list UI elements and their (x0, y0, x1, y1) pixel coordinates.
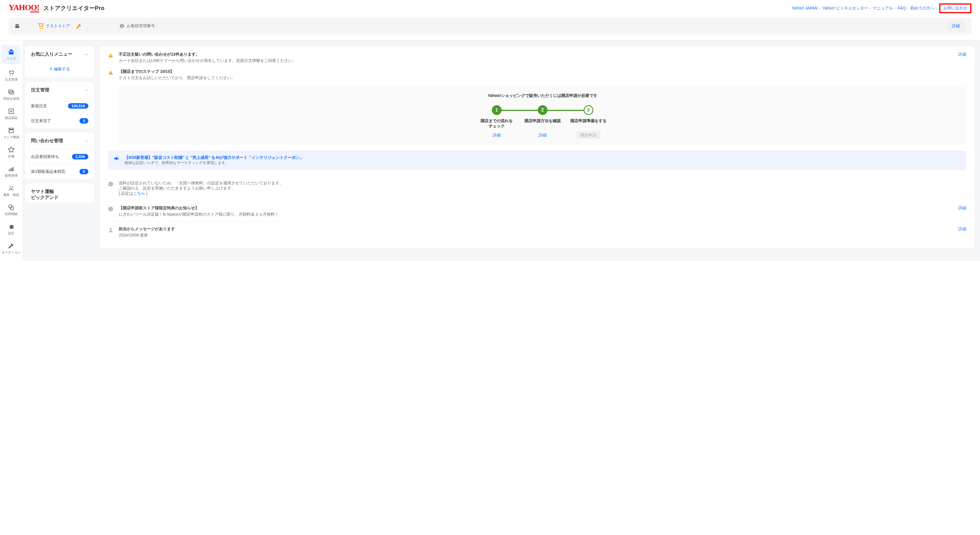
fraud-alert-title: 不正注文疑いの問い合わせが13件あります。 (119, 52, 953, 57)
store-icon (14, 23, 20, 29)
nav-sales[interactable]: 販売管理 (0, 162, 22, 181)
header-links: Yahoo! JAPAN- Yahoo! ビジネスセンター- マニュアル- FA… (792, 3, 971, 13)
left-panel: お気に入りメニュー ✎ 編集する 注文管理 新規注文 106,518 注文未完了… (22, 40, 97, 261)
opening-steps: Yahoo!ショッピングで販売いただくには開店申請が必要です 1 開店までの流れ… (119, 86, 966, 145)
row-incomplete-orders[interactable]: 注文未完了 3 (25, 113, 94, 128)
megaphone-icon (114, 156, 119, 162)
sidebar: トップ 注文管理 問合せ管理 商品登録 ストア構築 評価 販売管理 集客・販促 … (0, 40, 22, 261)
yamato-card: ヤマト運輸 ピックアンド (25, 184, 94, 202)
person-icon (108, 227, 114, 233)
badge-incomplete: 3 (80, 118, 88, 124)
badge-class1: 5 (80, 169, 88, 174)
warning-icon (108, 70, 114, 75)
orders-title: 注文管理 (31, 87, 49, 93)
row-new-orders[interactable]: 新規注文 106,518 (25, 98, 94, 113)
favorites-card: お気に入りメニュー ✎ 編集する (25, 46, 94, 78)
store-name: テストストア (46, 24, 70, 29)
step3-apply: 開店申請 (576, 131, 601, 139)
subheader: テストストア お客様管理番号： 詳細 (9, 18, 971, 34)
store-selector[interactable]: テストストア (37, 23, 70, 30)
step-2: 2 開店申請方法を確認 詳細 (520, 105, 566, 138)
orders-card: 注文管理 新規注文 106,518 注文未完了 3 (25, 82, 94, 128)
promo-banner[interactable]: 【9/26新登場】"販促コスト削減" と "売上成長" をAIが強力サポート「イ… (108, 151, 966, 170)
svg-point-1 (121, 25, 123, 26)
nav-auction[interactable]: オークション (0, 239, 22, 258)
fraud-alert: 不正注文疑いの問い合わせが13件あります。 カード会社またはLINEヤフーから問… (108, 52, 966, 64)
inquiries-card: 問い合わせ管理 出店者回答待ち 2,558 第1類医薬品未対応 5 (25, 133, 94, 179)
link-manual[interactable]: マニュアル (873, 6, 893, 10)
fraud-alert-sub: カード会社またはLINEヤフーから問い合わせが発生しています。至急注文情報をご回… (119, 58, 953, 64)
warning-icon (108, 52, 114, 58)
link-yahoo-japan[interactable]: Yahoo! JAPAN (792, 6, 818, 10)
message-info: 担当からメッセージがあります 2024/10/09 更新 詳細 (108, 222, 966, 243)
link-business-center[interactable]: Yahoo! ビジネスセンター (822, 6, 868, 10)
step2-detail[interactable]: 詳細 (539, 133, 547, 137)
header: YAHOO! JAPAN ストアクリエイターPro Yahoo! JAPAN- … (0, 0, 980, 16)
info-icon (108, 206, 114, 212)
step-3: 3 開店申請準備をする 開店申請 (566, 105, 611, 138)
shipping-info: 送料が設定されていないため、「全国一律無料」の設定を適用させていただいております… (108, 176, 966, 201)
chevron-up-icon[interactable] (84, 88, 88, 92)
link-faq[interactable]: FAQ (898, 6, 906, 10)
chevron-up-icon[interactable] (84, 139, 88, 143)
inquiries-title: 問い合わせ管理 (31, 138, 63, 144)
edit-favorites[interactable]: ✎ 編集する (25, 62, 94, 78)
hammer-icon[interactable] (76, 23, 82, 29)
promo-title: 【9/26新登場】"販促コスト削減" と "売上成長" をAIが強力サポート「イ… (124, 155, 304, 160)
svg-rect-6 (11, 168, 12, 171)
step-1: 1 開店までの流れを チェック 詳細 (474, 105, 520, 138)
nav-store-build[interactable]: ストア構築 (0, 124, 22, 143)
favorites-title: お気に入りメニュー (31, 51, 72, 57)
message-detail-link[interactable]: 詳細 (958, 227, 966, 232)
nav-marketing[interactable]: 集客・販促 (0, 181, 22, 200)
badge-awaiting: 2,558 (72, 154, 88, 159)
shipping-settings-link[interactable]: こちら (133, 191, 145, 195)
steps-title: Yahoo!ショッピングで販売いただくには開店申請が必要です (126, 93, 959, 98)
nav-inquiries[interactable]: 問合せ管理 (0, 85, 22, 104)
cart-icon (37, 23, 44, 30)
row-awaiting-reply[interactable]: 出店者回答待ち 2,558 (25, 149, 94, 164)
nav-reviews[interactable]: 評価 (0, 143, 22, 162)
opening-alert: 【開店までのステップ 10/10】 テスト注文をお試しいただいてから、開店申請を… (108, 69, 966, 81)
svg-point-8 (10, 186, 11, 187)
promo-sub: 複雑な設定いらずで、効率的なマーケティングを実現します。 (124, 160, 304, 165)
bspace-detail-link[interactable]: 詳細 (958, 206, 966, 211)
row-class1-drugs[interactable]: 第1類医薬品未対応 5 (25, 164, 94, 179)
nav-top[interactable]: トップ (2, 45, 21, 64)
step1-detail[interactable]: 詳細 (493, 133, 501, 137)
badge-new-orders: 106,518 (68, 103, 88, 109)
svg-point-9 (12, 186, 13, 187)
bspace-info: 【開店申請前ストア様限定特典のお知らせ】 にぎわいツール決定版！B-Spaceが… (108, 201, 966, 222)
fraud-detail-link[interactable]: 詳細 (958, 52, 966, 57)
svg-rect-7 (12, 167, 13, 171)
svg-rect-5 (9, 170, 10, 171)
nav-statement[interactable]: 利用明細 (0, 200, 22, 220)
opening-alert-title: 【開店までのステップ 10/10】 (119, 69, 966, 74)
detail-button[interactable]: 詳細 (946, 21, 966, 31)
link-contact-highlighted[interactable]: お問い合わせ (939, 3, 971, 13)
link-first-time[interactable]: 初めての方へ (910, 6, 934, 10)
opening-alert-sub: テスト注文をお試しいただいてから、開店申請をしてください。 (119, 75, 966, 81)
nav-settings[interactable]: 設定 (0, 220, 22, 239)
logo[interactable]: YAHOO! JAPAN ストアクリエイターPro (9, 3, 104, 13)
app-title: ストアクリエイターPro (43, 4, 104, 12)
customer-id: お客様管理番号： (119, 24, 159, 29)
main: 不正注文疑いの問い合わせが13件あります。 カード会社またはLINEヤフーから問… (97, 40, 980, 261)
user-icon (119, 24, 124, 29)
info-icon (108, 181, 114, 187)
svg-point-15 (110, 228, 112, 230)
nav-products[interactable]: 商品登録 (0, 104, 22, 124)
nav-orders[interactable]: 注文管理 (0, 66, 22, 85)
yamato-title: ヤマト運輸 ピックアンド (25, 184, 94, 202)
chevron-up-icon[interactable] (84, 52, 88, 57)
